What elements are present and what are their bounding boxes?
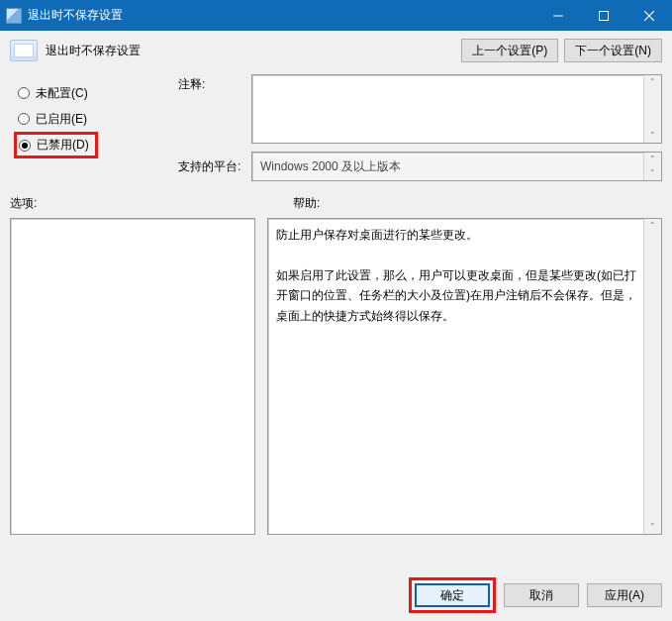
app-icon <box>6 8 22 24</box>
radio-not-configured[interactable]: 未配置(C) <box>14 80 168 106</box>
title-bar: 退出时不保存设置 <box>0 0 672 31</box>
platform-row: 支持的平台: Windows 2000 及以上版本 ˄˅ <box>178 152 662 181</box>
scroll-up-icon: ˄ <box>650 219 655 233</box>
scrollbar[interactable]: ˄˅ <box>643 153 661 180</box>
options-label: 选项: <box>10 195 293 212</box>
footer-buttons: 确定 取消 应用(A) <box>409 577 662 613</box>
platform-label: 支持的平台: <box>178 158 243 175</box>
scroll-down-icon: ˅ <box>650 129 655 143</box>
radio-dot-icon <box>18 113 30 125</box>
scrollbar[interactable]: ˄˅ <box>643 219 661 534</box>
comment-label: 注释: <box>178 74 243 93</box>
upper-body: 未配置(C) 已启用(E) 已禁用(D) 注释: ˄˅ <box>0 66 672 181</box>
svg-rect-1 <box>600 11 609 20</box>
minimize-icon <box>553 11 563 21</box>
scroll-down-icon: ˅ <box>650 166 655 180</box>
help-label: 帮助: <box>293 195 320 212</box>
client-area: 退出时不保存设置 上一个设置(P) 下一个设置(N) 未配置(C) 已启用(E) <box>0 31 672 621</box>
policy-name: 退出时不保存设置 <box>46 43 141 59</box>
scroll-up-icon: ˄ <box>650 75 655 89</box>
radio-disabled[interactable]: 已禁用(D) <box>19 137 89 154</box>
panes: 防止用户保存对桌面进行的某些更改。 如果启用了此设置，那么，用户可以更改桌面，但… <box>0 218 672 535</box>
radio-dot-icon <box>18 87 30 99</box>
comment-row: 注释: ˄˅ <box>178 74 662 144</box>
radio-enabled[interactable]: 已启用(E) <box>14 106 168 132</box>
close-icon <box>644 11 654 21</box>
next-setting-button[interactable]: 下一个设置(N) <box>564 39 662 62</box>
platform-box: Windows 2000 及以上版本 ˄˅ <box>251 152 662 181</box>
help-pane: 防止用户保存对桌面进行的某些更改。 如果启用了此设置，那么，用户可以更改桌面，但… <box>267 218 662 535</box>
radio-label: 已禁用(D) <box>37 137 89 154</box>
policy-icon <box>10 40 38 61</box>
highlight-ok: 确定 <box>409 577 496 613</box>
window-title: 退出时不保存设置 <box>28 7 123 24</box>
cancel-button[interactable]: 取消 <box>504 583 579 607</box>
platform-text: Windows 2000 及以上版本 <box>260 158 401 175</box>
minimize-button[interactable] <box>535 0 581 31</box>
maximize-icon <box>599 11 609 21</box>
header-row: 退出时不保存设置 上一个设置(P) 下一个设置(N) <box>0 31 672 66</box>
scroll-up-icon: ˄ <box>650 153 655 166</box>
left-column: 未配置(C) 已启用(E) 已禁用(D) <box>10 72 168 181</box>
scrollbar[interactable]: ˄˅ <box>643 75 661 143</box>
ok-button[interactable]: 确定 <box>415 583 490 607</box>
nav-buttons: 上一个设置(P) 下一个设置(N) <box>461 39 662 62</box>
scroll-down-icon: ˅ <box>650 520 655 534</box>
comment-textarea[interactable]: ˄˅ <box>251 74 662 144</box>
help-text: 防止用户保存对桌面进行的某些更改。 如果启用了此设置，那么，用户可以更改桌面，但… <box>276 225 637 326</box>
close-button[interactable] <box>626 0 672 31</box>
prev-setting-button[interactable]: 上一个设置(P) <box>461 39 558 62</box>
radio-dot-icon <box>19 140 31 152</box>
maximize-button[interactable] <box>581 0 626 31</box>
options-pane <box>10 218 255 535</box>
radio-label: 已启用(E) <box>36 111 87 128</box>
radio-label: 未配置(C) <box>36 85 88 102</box>
highlight-disabled: 已禁用(D) <box>14 132 98 158</box>
radio-group: 未配置(C) 已启用(E) 已禁用(D) <box>10 72 168 164</box>
right-column: 注释: ˄˅ 支持的平台: Windows 2000 及以上版本 ˄˅ <box>178 72 662 181</box>
apply-button[interactable]: 应用(A) <box>587 583 662 607</box>
window-buttons <box>535 0 672 31</box>
mid-labels: 选项: 帮助: <box>0 181 672 218</box>
